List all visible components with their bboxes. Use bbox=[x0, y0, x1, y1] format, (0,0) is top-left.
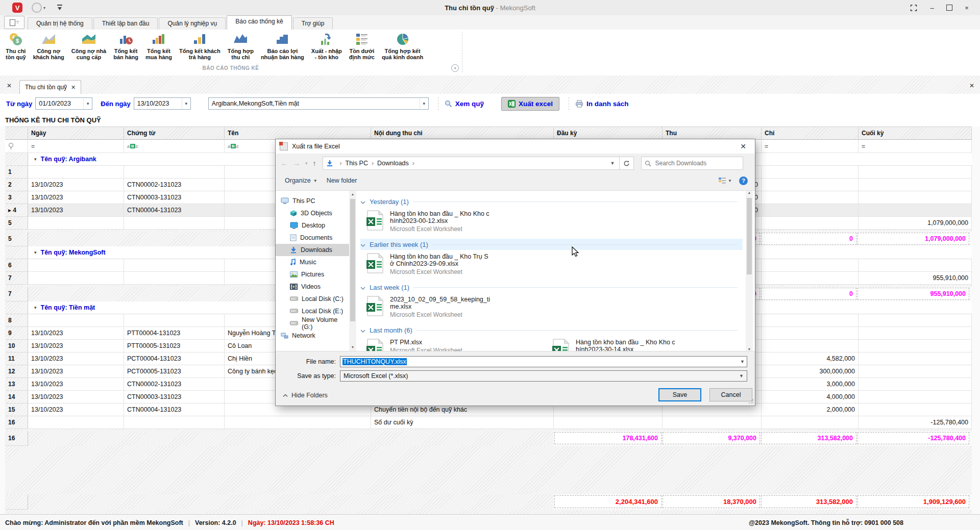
cell-chungtu[interactable] bbox=[124, 259, 225, 272]
column-header-noidung[interactable]: Nội dung thu chi bbox=[371, 127, 554, 140]
cell-cuoiky[interactable] bbox=[859, 179, 972, 191]
cell-ngay[interactable]: 13/10/2023 bbox=[28, 365, 124, 378]
forward-icon[interactable]: → bbox=[293, 159, 300, 167]
cell-chungtu[interactable]: CTN00002-131023 bbox=[124, 179, 225, 191]
ribbon-item-6[interactable]: Tổng kết khách trả hàng bbox=[176, 31, 224, 61]
cell-ngay[interactable]: 13/10/2023 bbox=[28, 391, 124, 403]
view-fund-button[interactable]: Xem quỹ bbox=[438, 97, 490, 110]
cell-chungtu[interactable]: PTT00005-131023 bbox=[124, 340, 225, 352]
new-folder-button[interactable]: New folder bbox=[327, 177, 357, 184]
app-menu-button[interactable]: ▽ bbox=[4, 16, 24, 29]
column-header-ten[interactable]: Tên bbox=[225, 127, 371, 140]
collapse-triangle-icon[interactable]: ▾ bbox=[34, 250, 37, 255]
filter-cell-chi[interactable]: = bbox=[762, 140, 859, 153]
cell-ngay[interactable]: 13/10/2023 bbox=[28, 327, 124, 340]
close-tab-icon[interactable]: ✕ bbox=[71, 84, 76, 91]
ribbon-item-3[interactable]: Công nợ nhà cung cấp bbox=[68, 31, 110, 61]
cell-chi[interactable] bbox=[762, 217, 859, 230]
scroll-up-icon[interactable]: ▲ bbox=[349, 191, 356, 198]
scroll-down-icon[interactable]: ▼ bbox=[746, 347, 753, 351]
file-item[interactable]: PT PM.xlsxMicrosoft Excel Worksheet bbox=[360, 336, 509, 351]
cell-ngay[interactable]: 13/10/2023 bbox=[28, 403, 124, 416]
filter-indicator-cell[interactable] bbox=[5, 140, 28, 153]
cell-cuoiky[interactable]: 1,079,000,000 bbox=[859, 217, 972, 230]
ribbon-item-5[interactable]: Tổng kết mua hàng bbox=[142, 31, 176, 61]
collapse-triangle-icon[interactable]: ▾ bbox=[34, 305, 37, 310]
search-box[interactable] bbox=[641, 157, 743, 170]
cell-cuoiky[interactable] bbox=[859, 259, 972, 272]
to-date-dropdown-icon[interactable]: ▼ bbox=[182, 98, 190, 109]
cell-chi[interactable] bbox=[762, 204, 859, 217]
cell-cuoiky[interactable] bbox=[859, 166, 972, 179]
close-all-tabs-button[interactable]: ✕ bbox=[4, 81, 14, 91]
cell-ngay[interactable] bbox=[28, 272, 124, 285]
file-list-scrollbar[interactable]: ▲▼ bbox=[746, 191, 753, 351]
sidebar-item-pictures[interactable]: Pictures bbox=[276, 268, 349, 281]
file-item[interactable]: 2023_10_02_09_59_58_keeping_time.xlsxMic… bbox=[360, 293, 509, 319]
filter-cell-chungtu[interactable]: aBc bbox=[124, 140, 225, 153]
cell-chi[interactable]: 2,000,000 bbox=[762, 403, 859, 416]
sidebar-item-music[interactable]: Music bbox=[276, 256, 349, 268]
sidebar-item-desktop[interactable]: Desktop bbox=[276, 219, 349, 232]
scroll-down-icon[interactable]: ▼ bbox=[349, 344, 356, 351]
refresh-button[interactable] bbox=[620, 157, 634, 170]
cell-cuoiky[interactable] bbox=[859, 352, 972, 365]
file-group-header[interactable]: Earlier this week (1) bbox=[360, 239, 743, 250]
view-options-button[interactable]: ▼ bbox=[718, 177, 732, 184]
cell-chungtu[interactable]: CTN00003-131023 bbox=[124, 191, 225, 204]
filter-cell-ngay[interactable]: = bbox=[28, 140, 124, 153]
sidebar-item-videos[interactable]: Videos bbox=[276, 281, 349, 293]
cell-ngay[interactable]: 13/10/2023 bbox=[28, 191, 124, 204]
file-name-dropdown-icon[interactable]: ▼ bbox=[740, 359, 745, 364]
sidebar-item-local-disk-c-[interactable]: Local Disk (C:) bbox=[276, 293, 349, 305]
ribbon-item-4[interactable]: Tổng kết bán hàng bbox=[110, 31, 142, 61]
search-input[interactable] bbox=[654, 159, 733, 167]
from-date-dropdown-icon[interactable]: ▼ bbox=[83, 98, 92, 109]
cell-ten[interactable] bbox=[225, 416, 371, 429]
cell-ngay[interactable]: 13/10/2023 bbox=[28, 352, 124, 365]
minimize-button[interactable]: – bbox=[928, 4, 936, 12]
address-dropdown-icon[interactable]: ▼ bbox=[610, 161, 619, 166]
ribbon-collapse-button[interactable]: ▴ bbox=[451, 64, 459, 72]
sidebar-item-local-disk-e-[interactable]: Local Disk (E:) bbox=[276, 305, 349, 317]
cell-chungtu[interactable]: PTT00004-131023 bbox=[124, 327, 225, 340]
print-list-button[interactable]: In danh sách bbox=[569, 97, 635, 110]
cell-chi[interactable] bbox=[762, 327, 859, 340]
ribbon-item-11[interactable]: Tổng hợp kết quả kinh doanh bbox=[378, 31, 427, 61]
fund-combo-dropdown-icon[interactable]: ▼ bbox=[420, 98, 428, 109]
cell-ngay[interactable] bbox=[28, 166, 124, 179]
cell-chungtu[interactable] bbox=[124, 314, 225, 327]
app-logo-icon[interactable]: V bbox=[12, 3, 22, 13]
breadcrumb-this-pc[interactable]: This PC bbox=[346, 160, 368, 167]
ribbon-tab-4[interactable]: Báo cáo thống kê bbox=[227, 15, 291, 30]
nav-scrollbar[interactable]: ▲▼ bbox=[349, 191, 356, 351]
breadcrumb-downloads[interactable]: Downloads bbox=[377, 160, 409, 167]
cell-chi[interactable]: 4,000,000 bbox=[762, 391, 859, 403]
cell-chungtu[interactable]: CTN00003-131023 bbox=[124, 391, 225, 403]
cell-chi[interactable] bbox=[762, 191, 859, 204]
file-item[interactable]: Hàng tồn kho ban đầu _ Kho Kho chính2023… bbox=[546, 336, 695, 351]
column-header-thu[interactable]: Thu bbox=[663, 127, 762, 140]
help-button[interactable]: ? bbox=[739, 176, 748, 185]
cell-chungtu[interactable]: CTN00004-131023 bbox=[124, 204, 225, 217]
scroll-up-icon[interactable]: ▲ bbox=[746, 191, 753, 194]
cell-ngay[interactable]: 13/10/2023 bbox=[28, 204, 124, 217]
file-item[interactable]: Hàng tồn kho ban đầu _ Kho Kho chính2023… bbox=[360, 207, 509, 234]
file-item[interactable]: Hàng tồn kho ban đầu _ Kho Trụ Sở Chính2… bbox=[360, 250, 509, 276]
cell-ngay[interactable] bbox=[28, 259, 124, 272]
up-icon[interactable]: ↑ bbox=[313, 159, 316, 167]
cell-chungtu[interactable]: PCT00004-131023 bbox=[124, 352, 225, 365]
ribbon-item-1[interactable]: €$Thu chi tồn quỹ bbox=[2, 31, 30, 61]
sidebar-item-network[interactable]: Network bbox=[276, 330, 349, 342]
ribbon-item-9[interactable]: Xuất - nhập - tồn kho bbox=[308, 31, 346, 61]
cell-noidung[interactable]: Số dư cuối kỳ bbox=[371, 416, 554, 429]
ribbon-item-8[interactable]: Báo cáo lợi nhuận bán hàng bbox=[257, 31, 308, 61]
cell-chi[interactable] bbox=[762, 179, 859, 191]
cell-cuoiky[interactable] bbox=[859, 314, 972, 327]
cell-chi[interactable]: 3,000,000 bbox=[762, 378, 859, 391]
cell-cuoiky[interactable] bbox=[859, 378, 972, 391]
cell-cuoiky[interactable]: -125,780,400 bbox=[859, 416, 972, 429]
save-type-dropdown-icon[interactable]: ▼ bbox=[739, 373, 744, 378]
cell-ngay[interactable]: 13/10/2023 bbox=[28, 179, 124, 191]
cell-cuoiky[interactable] bbox=[859, 391, 972, 403]
